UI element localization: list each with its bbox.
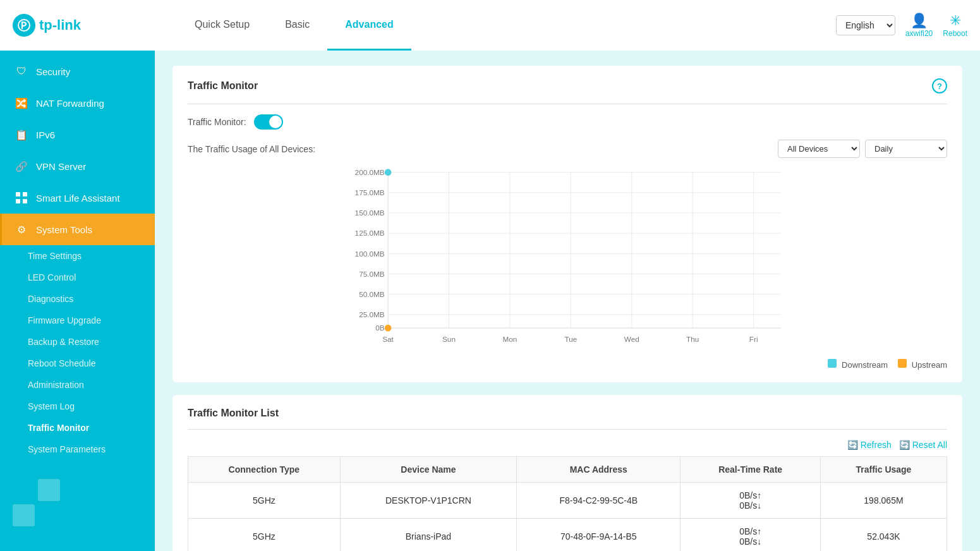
cell-real-time-rate: 0B/s↑ 0B/s↓ bbox=[681, 519, 821, 552]
svg-text:75.0MB: 75.0MB bbox=[359, 270, 385, 278]
svg-text:Tue: Tue bbox=[564, 335, 577, 343]
table-header-row: Connection Type Device Name MAC Address … bbox=[188, 457, 947, 483]
sub-label-administration: Administration bbox=[28, 380, 84, 390]
sidebar-item-nat[interactable]: 🔀 NAT Forwarding bbox=[0, 87, 155, 119]
table-row: 5GHz Brians-iPad 70-48-0F-9A-14-B5 0B/s↑… bbox=[188, 519, 947, 552]
downstream-dot bbox=[828, 359, 837, 368]
sidebar-item-smart-life[interactable]: Smart Life Assistant bbox=[0, 182, 155, 214]
svg-point-40 bbox=[385, 325, 392, 332]
refresh-button[interactable]: 🔄 Refresh bbox=[847, 440, 892, 450]
toggle-label: Traffic Monitor: bbox=[188, 117, 246, 127]
sub-label-firmware: Firmware Upgrade bbox=[28, 315, 101, 325]
sub-label-reboot-schedule: Reboot Schedule bbox=[28, 358, 95, 368]
svg-text:100.0MB: 100.0MB bbox=[355, 250, 385, 258]
smart-life-icon bbox=[15, 191, 28, 205]
svg-rect-1 bbox=[16, 192, 20, 197]
cell-device-name: Brians-iPad bbox=[340, 519, 516, 552]
legend-upstream: Upstream bbox=[898, 359, 947, 370]
section-title-text: Traffic Monitor bbox=[188, 80, 258, 92]
rate-down: 0B/s↓ bbox=[691, 536, 810, 547]
svg-text:Fri: Fri bbox=[749, 335, 758, 343]
reboot-icon: ✳ bbox=[950, 13, 961, 29]
section-title-traffic-monitor: Traffic Monitor ? bbox=[188, 78, 947, 94]
list-actions: 🔄 Refresh 🔄 Reset All bbox=[188, 440, 947, 450]
sidebar-item-vpn[interactable]: 🔗 VPN Server bbox=[0, 150, 155, 182]
sidebar-sub-reboot-schedule[interactable]: Reboot Schedule bbox=[0, 353, 155, 374]
svg-text:Thu: Thu bbox=[686, 335, 699, 343]
vpn-icon: 🔗 bbox=[15, 159, 28, 173]
sub-label-time: Time Settings bbox=[28, 251, 82, 261]
refresh-label: Refresh bbox=[861, 440, 892, 450]
tab-quick-setup[interactable]: Quick Setup bbox=[177, 0, 267, 51]
sidebar-sub-time-settings[interactable]: Time Settings bbox=[0, 245, 155, 267]
sidebar-label-smart-life: Smart Life Assistant bbox=[36, 193, 120, 203]
svg-text:200.0MB: 200.0MB bbox=[355, 168, 385, 176]
svg-rect-6 bbox=[38, 479, 60, 501]
table-row: 5GHz DESKTOP-V1P1CRN F8-94-C2-99-5C-4B 0… bbox=[188, 483, 947, 519]
logo-area: tp-link bbox=[13, 14, 164, 37]
rate-up: 0B/s↑ bbox=[691, 526, 810, 536]
filter-label: The Traffic Usage of All Devices: bbox=[188, 144, 773, 154]
sidebar-sub-firmware[interactable]: Firmware Upgrade bbox=[0, 310, 155, 331]
cell-mac-address: F8-94-C2-99-5C-4B bbox=[517, 483, 681, 519]
sidebar-item-ipv6[interactable]: 📋 IPv6 bbox=[0, 119, 155, 150]
logo-text: tp-link bbox=[39, 17, 81, 33]
nav-tabs: Quick Setup Basic Advanced bbox=[164, 0, 836, 51]
sub-label-led: LED Control bbox=[28, 272, 76, 282]
sub-label-system-log: System Log bbox=[28, 401, 75, 411]
sidebar-sub-system-log[interactable]: System Log bbox=[0, 396, 155, 417]
main-layout: 🛡 Security 🔀 NAT Forwarding 📋 IPv6 🔗 VPN… bbox=[0, 51, 980, 551]
sidebar-sub-led-control[interactable]: LED Control bbox=[0, 267, 155, 288]
logo-icon bbox=[13, 14, 35, 37]
tab-basic[interactable]: Basic bbox=[267, 0, 327, 51]
sidebar-sub-administration[interactable]: Administration bbox=[0, 374, 155, 396]
svg-text:150.0MB: 150.0MB bbox=[355, 209, 385, 217]
svg-text:Sat: Sat bbox=[382, 335, 394, 343]
reboot-button[interactable]: ✳ Reboot bbox=[943, 13, 967, 38]
traffic-monitor-toggle[interactable] bbox=[254, 114, 283, 130]
section2-title: Traffic Monitor List bbox=[188, 408, 947, 419]
filter-row: The Traffic Usage of All Devices: All De… bbox=[188, 140, 947, 158]
tab-advanced[interactable]: Advanced bbox=[327, 0, 411, 51]
sidebar-label-security: Security bbox=[36, 66, 70, 77]
time-filter-select[interactable]: Daily Weekly Monthly bbox=[865, 140, 947, 158]
cell-connection-type: 5GHz bbox=[188, 483, 341, 519]
rate-down: 0B/s↓ bbox=[691, 500, 810, 511]
header-right: English Chinese Spanish 👤 axwifi20 ✳ Reb… bbox=[836, 13, 967, 38]
sub-label-traffic-monitor: Traffic Monitor bbox=[28, 423, 89, 433]
help-icon[interactable]: ? bbox=[932, 78, 947, 94]
col-traffic-usage: Traffic Usage bbox=[820, 457, 947, 483]
refresh-icon: 🔄 bbox=[847, 440, 858, 450]
user-button[interactable]: 👤 axwifi20 bbox=[905, 13, 933, 38]
sidebar-item-security[interactable]: 🛡 Security bbox=[0, 56, 155, 87]
svg-text:Mon: Mon bbox=[502, 335, 517, 343]
reboot-label: Reboot bbox=[943, 29, 967, 38]
sidebar-label-vpn: VPN Server bbox=[36, 161, 86, 172]
svg-text:50.0MB: 50.0MB bbox=[359, 290, 385, 298]
upstream-dot bbox=[898, 359, 907, 368]
language-select[interactable]: English Chinese Spanish bbox=[836, 15, 895, 35]
cell-device-name: DESKTOP-V1P1CRN bbox=[340, 483, 516, 519]
reset-label: Reset All bbox=[912, 440, 947, 450]
cell-real-time-rate: 0B/s↑ 0B/s↓ bbox=[681, 483, 821, 519]
sidebar-sub-system-params[interactable]: System Parameters bbox=[0, 439, 155, 460]
sidebar: 🛡 Security 🔀 NAT Forwarding 📋 IPv6 🔗 VPN… bbox=[0, 51, 155, 551]
cell-connection-type: 5GHz bbox=[188, 519, 341, 552]
reset-all-button[interactable]: 🔄 Reset All bbox=[899, 440, 947, 450]
shield-icon: 🛡 bbox=[15, 64, 28, 78]
col-device-name: Device Name bbox=[340, 457, 516, 483]
sidebar-sub-diagnostics[interactable]: Diagnostics bbox=[0, 288, 155, 310]
col-mac-address: MAC Address bbox=[517, 457, 681, 483]
user-icon: 👤 bbox=[910, 13, 928, 29]
device-filter-select[interactable]: All Devices 2.4GHz 5GHz Wired bbox=[778, 140, 860, 158]
header: tp-link Quick Setup Basic Advanced Engli… bbox=[0, 0, 980, 51]
sidebar-sub-backup[interactable]: Backup & Restore bbox=[0, 331, 155, 353]
content-area: Traffic Monitor ? Traffic Monitor: The T… bbox=[155, 51, 980, 551]
svg-rect-5 bbox=[13, 504, 35, 526]
sidebar-label-ipv6: IPv6 bbox=[36, 130, 55, 140]
sub-label-diagnostics: Diagnostics bbox=[28, 294, 73, 304]
sidebar-item-system-tools[interactable]: ⚙ System Tools bbox=[0, 214, 155, 245]
sidebar-sub-traffic-monitor[interactable]: Traffic Monitor bbox=[0, 417, 155, 439]
chart-svg: 200.0MB 175.0MB 150.0MB 125.0MB 100.0MB … bbox=[188, 166, 947, 355]
section2-title-text: Traffic Monitor List bbox=[188, 408, 279, 419]
